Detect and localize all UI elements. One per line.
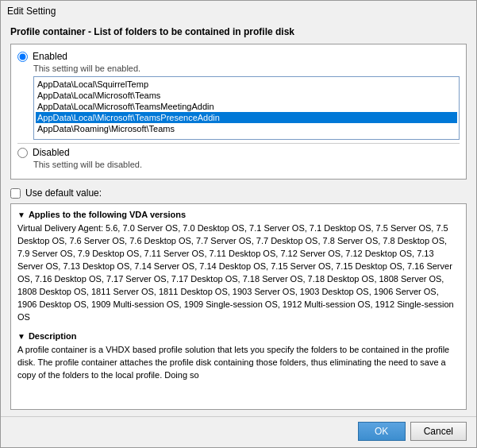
vda-text: Virtual Delivery Agent: 5.6, 7.0 Server … <box>17 222 460 324</box>
ok-button[interactable]: OK <box>358 422 406 441</box>
section-title: Profile container - List of folders to b… <box>10 26 467 37</box>
list-item[interactable]: AppData\Local\Microsoft\Teams <box>36 90 457 101</box>
disabled-radio[interactable] <box>17 148 28 158</box>
disabled-label[interactable]: Disabled <box>33 147 70 158</box>
settings-panel: Enabled This setting will be enabled. Ap… <box>10 44 467 180</box>
default-value-label[interactable]: Use default value: <box>25 187 102 199</box>
edit-setting-dialog: Edit Setting Profile container - List of… <box>0 0 477 448</box>
list-item[interactable]: AppData\Local\Microsoft\TeamsMeetingAddi… <box>36 101 457 112</box>
bottom-bar: OK Cancel <box>1 416 476 447</box>
disabled-row: Disabled <box>17 147 460 158</box>
desc-arrow-icon: ▼ <box>17 331 25 342</box>
desc-section-title: ▼ Description <box>17 330 460 342</box>
enabled-label[interactable]: Enabled <box>33 51 67 62</box>
enabled-subtext: This setting will be enabled. <box>33 64 460 73</box>
enabled-row: Enabled <box>17 51 460 62</box>
disabled-subtext: This setting will be disabled. <box>33 160 460 169</box>
folders-list[interactable]: AppData\Local\SquirrelTemp AppData\Local… <box>33 76 460 140</box>
list-box-container: AppData\Local\SquirrelTemp AppData\Local… <box>33 76 460 140</box>
cancel-button[interactable]: Cancel <box>410 422 467 441</box>
desc-text: A profile container is a VHDX based prof… <box>17 344 460 382</box>
default-value-checkbox[interactable] <box>10 188 21 199</box>
disabled-section: Disabled This setting will be disabled. <box>17 147 460 169</box>
default-value-row: Use default value: <box>10 187 467 199</box>
list-item[interactable]: AppData\Local\SquirrelTemp <box>36 79 457 90</box>
separator <box>17 143 460 144</box>
vda-section-title: ▼ Applies to the following VDA versions <box>17 209 460 221</box>
list-item[interactable]: AppData\Roaming\Microsoft\Teams <box>36 123 457 134</box>
enabled-radio[interactable] <box>17 52 28 62</box>
dialog-content: Profile container - List of folders to b… <box>1 20 476 416</box>
info-panel[interactable]: ▼ Applies to the following VDA versions … <box>10 203 467 410</box>
dialog-title: Edit Setting <box>1 1 476 20</box>
vda-arrow-icon: ▼ <box>17 210 25 221</box>
list-item[interactable]: AppData\Local\Microsoft\TeamsPresenceAdd… <box>36 112 457 123</box>
